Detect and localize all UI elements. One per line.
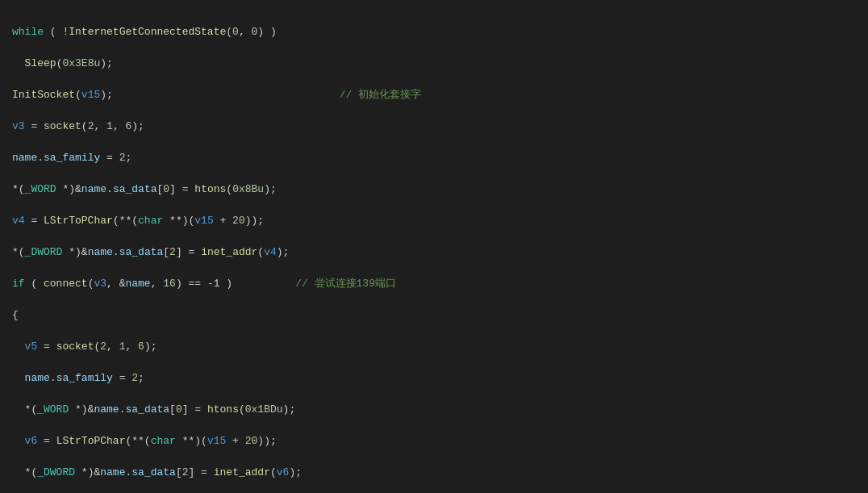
line-14: v6 = LStrToPChar(**(char **)(v15 + 20));: [12, 433, 856, 449]
line-1: while ( !InternetGetConnectedState(0, 0)…: [12, 24, 856, 40]
line-8: *(_DWORD *)&name.sa_data[2] = inet_addr(…: [12, 244, 856, 261]
line-5: name.sa_family = 2;: [12, 150, 856, 166]
line-2: Sleep(0x3E8u);: [12, 56, 856, 72]
line-12: name.sa_family = 2;: [12, 370, 856, 386]
line-11: v5 = socket(2, 1, 6);: [12, 339, 856, 355]
line-3: InitSocket(v15); // 初始化套接字: [12, 87, 856, 103]
line-13: *(_WORD *)&name.sa_data[0] = htons(0x1BD…: [12, 402, 856, 418]
line-10: {: [12, 307, 856, 324]
line-4: v3 = socket(2, 1, 6);: [12, 119, 856, 135]
line-7: v4 = LStrToPChar(**(char **)(v15 + 20));: [12, 213, 856, 229]
line-9: if ( connect(v3, &name, 16) == -1 ) // 尝…: [12, 276, 856, 292]
line-6: *(_WORD *)&name.sa_data[0] = htons(0x8Bu…: [12, 182, 856, 198]
code-view: while ( !InternetGetConnectedState(0, 0)…: [0, 0, 868, 493]
line-15: *(_DWORD *)&name.sa_data[2] = inet_addr(…: [12, 465, 856, 481]
